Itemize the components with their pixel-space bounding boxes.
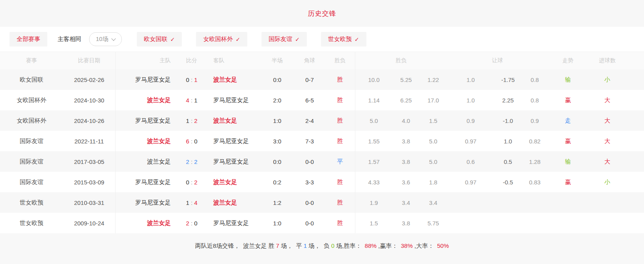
corner-cell: 2-4	[294, 117, 325, 124]
home-team-cell: 罗马尼亚女足	[115, 110, 175, 131]
score-colon: :	[189, 97, 194, 104]
corner-cell: 0-0	[294, 158, 325, 165]
home-team-cell: 波兰女足	[115, 213, 175, 233]
odds-cell: 10.0	[355, 69, 392, 90]
halftime-cell: 1:2	[260, 199, 294, 206]
date-cell: 2025-02-26	[63, 76, 115, 83]
league-filter-button[interactable]: 欧女国联✓	[137, 32, 182, 46]
league-filter-label: 欧女国联	[144, 35, 168, 43]
trend-cell: 输	[548, 76, 588, 84]
page-title: 历史交锋	[308, 9, 336, 18]
same-venue-filter[interactable]: 主客相同	[58, 35, 81, 43]
match-row: 女欧国杯外2024-10-26罗马尼亚女足1 : 2波兰女足1:02-4胜5.0…	[0, 110, 644, 131]
league-filter-button[interactable]: 世女欧预✓	[321, 32, 366, 46]
score-colon: :	[189, 199, 194, 206]
home-score: 1	[186, 199, 189, 206]
league-cell: 国际友谊	[0, 158, 63, 165]
header-half: 半场	[260, 57, 294, 64]
away-team-cell: 波兰女足	[208, 199, 260, 206]
summary-segment: ,赢率：	[377, 242, 401, 249]
handicap-cell: 1.0	[447, 97, 495, 104]
score-colon: :	[189, 138, 194, 145]
date-cell: 2010-03-31	[63, 199, 115, 206]
header-corner: 角球	[294, 57, 325, 64]
score-cell: 0 : 1	[175, 76, 208, 83]
halftime-cell: 2:0	[260, 97, 294, 104]
handicap-cell: -1.75	[495, 76, 521, 83]
home-score: 1	[186, 117, 189, 124]
home-team-cell: 波兰女足	[115, 90, 175, 110]
result-cell: 胜	[325, 138, 355, 145]
score-cell: 4 : 1	[175, 97, 208, 104]
handicap-cell: 0.6	[447, 158, 495, 165]
date-cell: 2009-10-24	[63, 220, 115, 227]
home-score: 0	[186, 179, 189, 186]
date-cell: 2024-10-30	[63, 97, 115, 104]
score-cell: 6 : 0	[175, 138, 208, 145]
league-cell: 女欧国杯外	[0, 117, 63, 125]
league-filter-button[interactable]: 国际友谊✓	[261, 32, 307, 46]
odds-cell: 1.5	[355, 213, 392, 233]
handicap-cell: 1.28	[521, 158, 548, 165]
score-colon: :	[189, 117, 194, 124]
odds-cell: 3.6	[392, 179, 420, 186]
summary-segment: 0	[331, 242, 334, 249]
league-cell: 世女欧预	[0, 219, 63, 227]
score-colon: :	[189, 158, 194, 165]
score-colon: :	[189, 76, 194, 83]
trend-cell: 赢	[548, 97, 588, 104]
summary-segment: 场， 负	[307, 242, 331, 249]
league-filter-label: 女欧国杯外	[203, 35, 233, 43]
result-cell: 胜	[325, 178, 355, 186]
away-team-cell: 波兰女足	[208, 178, 260, 186]
league-filter-group: 欧女国联✓女欧国杯外✓国际友谊✓世女欧预✓	[137, 32, 366, 46]
odds-cell: 4.33	[355, 172, 392, 192]
date-cell: 2017-03-05	[63, 158, 115, 165]
trend-cell: 输	[548, 158, 588, 165]
summary-segment: 1	[304, 242, 307, 249]
odds-cell: 4.0	[392, 117, 420, 124]
summary-segment: 7	[276, 242, 279, 249]
handicap-cell: 2.25	[495, 97, 521, 104]
all-matches-filter-button[interactable]: 全部赛事	[9, 32, 47, 46]
date-cell: 2015-03-09	[63, 179, 115, 186]
away-score: 2	[194, 179, 197, 186]
all-matches-filter-label: 全部赛事	[17, 35, 40, 43]
odds-cell: 17.0	[420, 97, 447, 104]
goals-cell: 大	[588, 138, 627, 145]
match-row: 世女欧预2009-10-24波兰女足2 : 0罗马尼亚女足1:00-0胜1.53…	[0, 213, 644, 233]
trend-cell: 赢	[548, 178, 588, 186]
league-cell: 国际友谊	[0, 178, 63, 186]
header-league: 赛事	[0, 57, 63, 64]
summary-segment: 两队近8场交锋， 波兰女足 胜	[195, 242, 276, 249]
match-count-dropdown[interactable]: 10场	[89, 32, 122, 46]
corner-cell: 7-3	[294, 138, 325, 145]
odds-cell: 1.8	[420, 179, 447, 186]
odds-cell: 1.9	[355, 192, 392, 213]
handicap-cell: 1.0	[495, 138, 521, 145]
handicap-cell: 0.8	[521, 97, 548, 104]
score-cell: 0 : 2	[175, 179, 208, 186]
handicap-cell: 0.97	[447, 138, 495, 145]
result-cell: 胜	[325, 97, 355, 104]
away-score: 1	[194, 76, 197, 83]
home-team-cell: 波兰女足	[115, 151, 175, 172]
summary-segment: 场,胜率：	[334, 242, 365, 249]
home-score: 6	[186, 138, 189, 145]
league-filter-label: 国际友谊	[269, 35, 292, 43]
summary-band: 两队近8场交锋， 波兰女足 胜 7 场， 平 1 场， 负 0 场,胜率： 88…	[0, 233, 644, 264]
odds-cell: 3.4	[392, 199, 420, 206]
result-cell: 胜	[325, 76, 355, 84]
header-result: 胜负	[325, 57, 355, 64]
goals-cell: 大	[588, 158, 627, 165]
odds-cell: 3.8	[392, 220, 420, 227]
odds-cell: 3.8	[392, 138, 420, 145]
chevron-down-icon	[111, 36, 116, 41]
handicap-cell: 0.97	[447, 179, 495, 186]
away-team-cell: 罗马尼亚女足	[208, 138, 260, 145]
corner-cell: 0-0	[294, 220, 325, 227]
score-cell: 2 : 0	[175, 220, 208, 227]
league-filter-button[interactable]: 女欧国杯外✓	[196, 32, 247, 46]
away-score: 2	[194, 117, 197, 124]
result-cell: 平	[325, 158, 355, 165]
